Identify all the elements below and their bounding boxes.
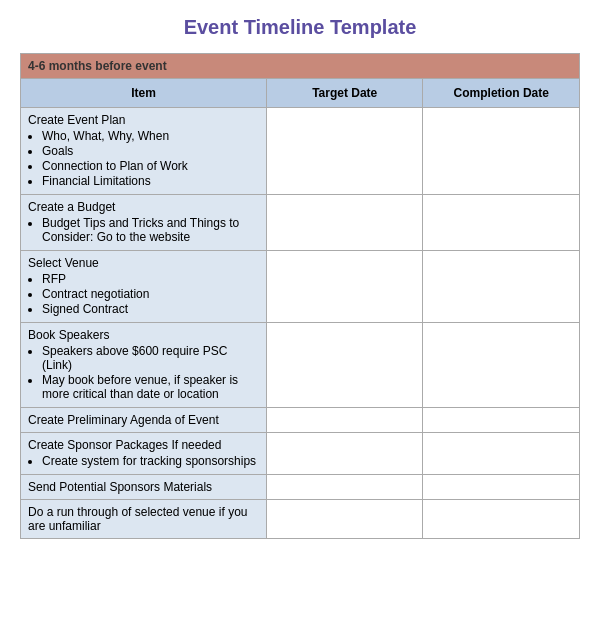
item-title: Send Potential Sponsors Materials — [28, 480, 212, 494]
item-cell: Create Sponsor Packages If neededCreate … — [21, 433, 267, 475]
target-date-cell — [266, 195, 423, 251]
list-item: May book before venue, if speaker is mor… — [42, 373, 259, 401]
item-cell: Send Potential Sponsors Materials — [21, 475, 267, 500]
list-item: Financial Limitations — [42, 174, 259, 188]
list-item: Connection to Plan of Work — [42, 159, 259, 173]
item-title: Do a run through of selected venue if yo… — [28, 505, 247, 533]
item-bullets: Budget Tips and Tricks and Things to Con… — [42, 216, 259, 244]
item-cell: Create Preliminary Agenda of Event — [21, 408, 267, 433]
completion-date-cell — [423, 251, 580, 323]
target-date-cell — [266, 500, 423, 539]
list-item: Contract negotiation — [42, 287, 259, 301]
item-cell: Do a run through of selected venue if yo… — [21, 500, 267, 539]
list-item: Goals — [42, 144, 259, 158]
table-row: Create Preliminary Agenda of Event — [21, 408, 580, 433]
target-date-cell — [266, 251, 423, 323]
list-item: Create system for tracking sponsorships — [42, 454, 259, 468]
table-row: Create a BudgetBudget Tips and Tricks an… — [21, 195, 580, 251]
completion-date-cell — [423, 195, 580, 251]
item-bullets: RFPContract negotiationSigned Contract — [42, 272, 259, 316]
completion-date-cell — [423, 475, 580, 500]
item-title: Book Speakers — [28, 328, 109, 342]
item-bullets: Create system for tracking sponsorships — [42, 454, 259, 468]
item-title: Create a Budget — [28, 200, 115, 214]
target-date-cell — [266, 108, 423, 195]
completion-date-cell — [423, 433, 580, 475]
item-cell: Book SpeakersSpeakers above $600 require… — [21, 323, 267, 408]
item-title: Create Preliminary Agenda of Event — [28, 413, 219, 427]
item-title: Select Venue — [28, 256, 99, 270]
item-cell: Select VenueRFPContract negotiationSigne… — [21, 251, 267, 323]
item-bullets: Speakers above $600 require PSC (Link)Ma… — [42, 344, 259, 401]
item-cell: Create Event PlanWho, What, Why, WhenGoa… — [21, 108, 267, 195]
list-item: Budget Tips and Tricks and Things to Con… — [42, 216, 259, 244]
table-row: Send Potential Sponsors Materials — [21, 475, 580, 500]
list-item: Speakers above $600 require PSC (Link) — [42, 344, 259, 372]
table-row: Create Event PlanWho, What, Why, WhenGoa… — [21, 108, 580, 195]
section-header-label: 4-6 months before event — [21, 54, 580, 79]
item-title: Create Sponsor Packages If needed — [28, 438, 221, 452]
column-header-target-date: Target Date — [266, 79, 423, 108]
target-date-cell — [266, 408, 423, 433]
column-header-completion-date: Completion Date — [423, 79, 580, 108]
section-header-row: 4-6 months before event — [21, 54, 580, 79]
table-row: Do a run through of selected venue if yo… — [21, 500, 580, 539]
target-date-cell — [266, 323, 423, 408]
timeline-table: 4-6 months before eventItemTarget DateCo… — [20, 53, 580, 539]
column-header-row: ItemTarget DateCompletion Date — [21, 79, 580, 108]
table-row: Select VenueRFPContract negotiationSigne… — [21, 251, 580, 323]
list-item: Who, What, Why, When — [42, 129, 259, 143]
column-header-item: Item — [21, 79, 267, 108]
item-bullets: Who, What, Why, WhenGoalsConnection to P… — [42, 129, 259, 188]
page-title: Event Timeline Template — [20, 16, 580, 39]
item-title: Create Event Plan — [28, 113, 125, 127]
completion-date-cell — [423, 408, 580, 433]
completion-date-cell — [423, 108, 580, 195]
item-cell: Create a BudgetBudget Tips and Tricks an… — [21, 195, 267, 251]
completion-date-cell — [423, 323, 580, 408]
table-row: Create Sponsor Packages If neededCreate … — [21, 433, 580, 475]
target-date-cell — [266, 433, 423, 475]
completion-date-cell — [423, 500, 580, 539]
target-date-cell — [266, 475, 423, 500]
list-item: RFP — [42, 272, 259, 286]
list-item: Signed Contract — [42, 302, 259, 316]
table-row: Book SpeakersSpeakers above $600 require… — [21, 323, 580, 408]
